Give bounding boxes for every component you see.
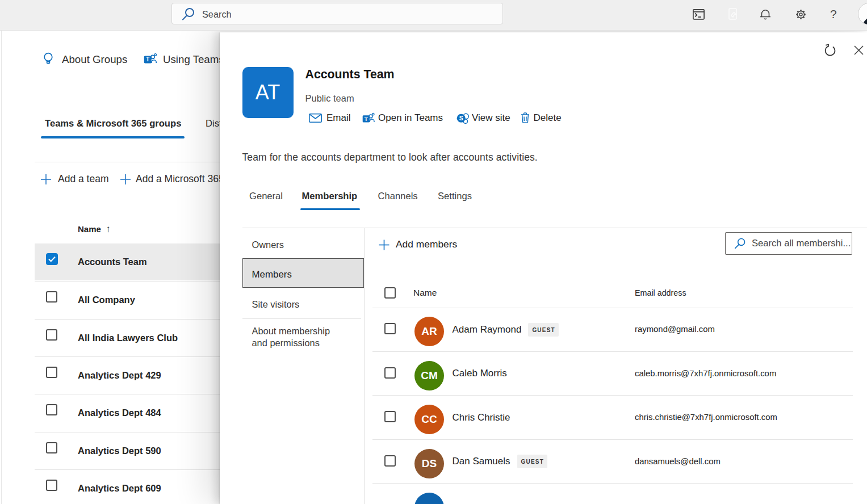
svg-text:T: T	[146, 56, 150, 62]
svg-text:S: S	[459, 115, 463, 121]
svg-text:T: T	[364, 116, 367, 122]
